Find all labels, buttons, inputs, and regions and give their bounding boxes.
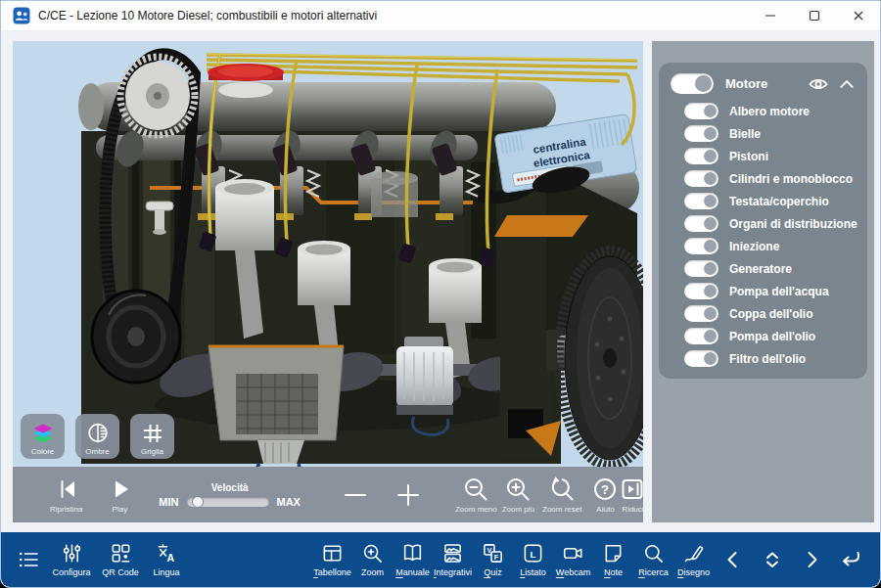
sidebar-item-testata: Testata/coperchio [684, 193, 858, 209]
listato-button[interactable]: L Listato [513, 542, 553, 577]
configura-button[interactable]: Configura [46, 542, 97, 577]
colore-button[interactable]: Colore [21, 414, 65, 459]
minimize-button[interactable] [748, 1, 792, 30]
ricerca-label: Ricerca [638, 567, 669, 577]
zoom-out-button[interactable]: Zoom meno [455, 475, 497, 514]
aiuto-button[interactable]: ? Aiuto [591, 475, 619, 514]
toggle-iniezione[interactable] [684, 238, 719, 254]
return-arrow-icon [839, 548, 862, 571]
integrativi-button[interactable]: Integrativi [433, 542, 473, 577]
toggle-pompa-acqua[interactable] [684, 283, 719, 299]
sidebar-item-cilindri: Cilindri e monoblocco [684, 170, 858, 187]
griglia-label: Griglia [141, 447, 163, 456]
toggle-testata[interactable] [684, 193, 719, 209]
ombre-button[interactable]: Ombre [75, 414, 119, 459]
svg-text:?: ? [602, 482, 610, 497]
webcam-button[interactable]: Webcam [553, 542, 593, 577]
toggle-knob [695, 75, 712, 92]
window-title: C/CE - Lezione 10 Motore Diesel; combust… [38, 9, 377, 23]
chevron-left-icon [721, 548, 745, 571]
toggle-filtro-olio[interactable] [684, 350, 719, 367]
colore-label: Colore [31, 447, 55, 456]
search-icon [642, 542, 665, 565]
tabellone-label: Tabellone [313, 567, 351, 577]
speed-decrease-button[interactable] [342, 481, 369, 509]
note-label: Note [604, 567, 623, 577]
motore-label: Motore [725, 76, 767, 91]
speed-slider[interactable] [187, 497, 269, 507]
zoom-in-button[interactable]: Zoom più [502, 475, 534, 514]
riduci-button[interactable]: Riduci [619, 475, 643, 514]
expand-collapse-button[interactable] [753, 548, 792, 571]
riduci-label: Riduci [622, 505, 643, 514]
speed-control: Velocità MIN MAX [159, 482, 301, 508]
zoom-button[interactable]: Zoom [352, 542, 393, 577]
book-icon [401, 542, 424, 565]
disegno-button[interactable]: Disegno [673, 542, 714, 577]
minimize-icon [765, 10, 776, 22]
table-icon [321, 542, 344, 565]
qr-code-button[interactable]: QR Code [97, 542, 144, 577]
lingua-button[interactable]: A Lingua [144, 542, 189, 577]
zoom-reset-button[interactable]: Zoom reset [542, 475, 581, 514]
sidebar-item-pistoni: Pistoni [684, 148, 858, 164]
close-button[interactable] [836, 1, 880, 30]
listato-label: Listato [520, 567, 546, 577]
sidebar-item-filtro-olio: Filtro dell'olio [684, 350, 858, 367]
next-button[interactable] [792, 548, 831, 571]
griglia-button[interactable]: Griglia [130, 414, 174, 459]
toggle-pompa-olio[interactable] [684, 328, 719, 344]
sidebar-item-coppa-olio: Coppa dell'olio [684, 305, 858, 322]
layers-icon [30, 421, 56, 446]
sidebar-item-pompa-olio: Pompa dell'olio [684, 328, 858, 344]
toggle-cilindri[interactable] [684, 170, 719, 187]
toggle-motore[interactable] [671, 73, 714, 94]
viewport-3d[interactable]: centralina elettronica [13, 41, 643, 522]
play-button[interactable]: Play [106, 475, 133, 514]
speed-increase-button[interactable] [394, 481, 422, 509]
quiz-button[interactable]: V F Quiz [473, 542, 513, 577]
eye-icon[interactable] [808, 77, 829, 91]
shadow-icon [85, 421, 111, 446]
zoom-reset-label: Zoom reset [542, 505, 581, 514]
manuale-button[interactable]: Manuale [393, 542, 433, 577]
toggle-bielle[interactable] [684, 125, 719, 142]
qr-icon [110, 542, 132, 565]
ricerca-button[interactable]: Ricerca [633, 542, 673, 577]
toggle-coppa-olio[interactable] [684, 305, 719, 322]
integrativi-label: Integrativi [434, 567, 472, 577]
ripristina-button[interactable]: Ripristina [50, 475, 82, 514]
speed-slider-knob[interactable] [192, 496, 204, 508]
note-button[interactable]: Note [593, 542, 633, 577]
svg-text:A: A [166, 552, 174, 564]
true-false-icon: V F [482, 542, 504, 565]
toggle-distribuzione[interactable] [684, 215, 719, 232]
zoom-reset-icon [548, 475, 576, 503]
toggle-generatore[interactable] [684, 260, 719, 277]
toolbar-nav [714, 548, 870, 571]
zoom-label: Zoom [361, 567, 384, 577]
exit-button[interactable] [831, 548, 870, 571]
menu-button[interactable] [11, 548, 46, 571]
tabellone-button[interactable]: Tabellone [312, 542, 352, 577]
zoom-out-icon [462, 475, 489, 503]
maximize-button[interactable] [792, 1, 836, 30]
chevron-up-icon[interactable] [838, 78, 856, 90]
sidebar-item-bielle: Bielle [684, 125, 858, 142]
sidebar-item-iniezione: Iniezione [684, 238, 858, 254]
ripristina-label: Ripristina [50, 505, 82, 514]
note-icon [602, 542, 625, 565]
skip-start-icon [53, 475, 80, 503]
qr-code-label: QR Code [102, 567, 139, 577]
minus-icon [342, 481, 369, 509]
manuale-label: Manuale [395, 567, 430, 577]
svg-text:F: F [494, 554, 499, 562]
previous-button[interactable] [714, 548, 753, 571]
translate-icon: A [156, 542, 178, 565]
max-label: MAX [277, 496, 301, 508]
titlebar: C/CE - Lezione 10 Motore Diesel; combust… [1, 1, 880, 31]
app-icon [13, 7, 30, 24]
chevron-right-icon [800, 548, 823, 571]
toggle-pistoni[interactable] [684, 148, 719, 164]
toggle-albero-motore[interactable] [684, 103, 719, 119]
